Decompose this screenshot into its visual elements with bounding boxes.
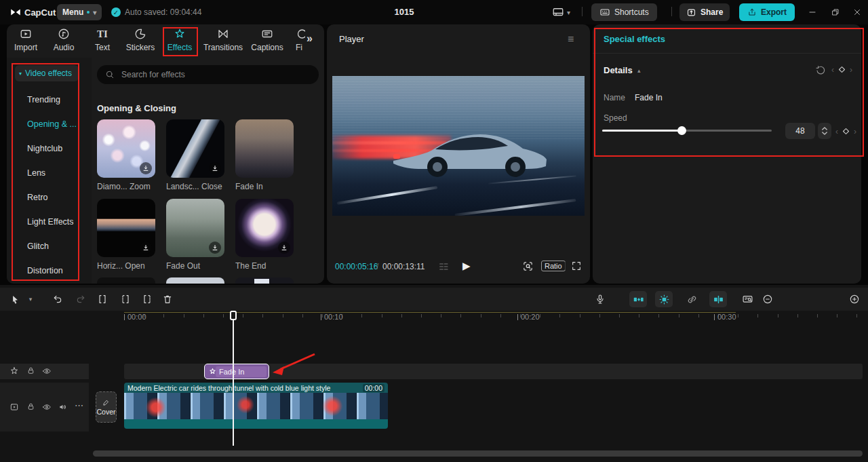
tabs-expand-icon[interactable]: »	[307, 33, 313, 45]
text-icon: TI	[97, 28, 108, 40]
tab-import[interactable]: Import	[11, 28, 41, 52]
preview-range-line	[124, 312, 736, 313]
record-voiceover-icon[interactable]	[593, 288, 608, 311]
auto-snap-icon[interactable]	[629, 291, 647, 307]
share-button[interactable]: Share	[679, 3, 730, 21]
playhead-line[interactable]	[233, 311, 234, 446]
effect-thumbnail[interactable]	[97, 199, 155, 257]
captions-icon	[261, 28, 273, 40]
download-icon	[209, 242, 221, 254]
transitions-icon	[217, 28, 229, 40]
video-clip-audio-band	[124, 419, 388, 429]
shortcuts-button[interactable]: Shortcuts	[591, 3, 657, 21]
capcut-window: CapCut Menu ▾ ✓ Auto saved: 09:04:44 101…	[0, 0, 868, 462]
ruler-label: 00:00	[124, 313, 146, 321]
effect-thumbnail-partial[interactable]	[235, 277, 294, 284]
video-preview[interactable]	[332, 76, 585, 216]
split-icon[interactable]	[95, 288, 110, 311]
effect-card-horizontal-open[interactable]: Horiz... Open	[97, 199, 157, 271]
main-track-magnet-icon[interactable]	[655, 291, 673, 307]
effect-card-fade-out[interactable]: Fade Out	[166, 199, 226, 271]
autosave-check-icon: ✓	[111, 7, 121, 17]
pencil-icon	[102, 399, 110, 406]
video-clip[interactable]: Modern Electric car rides through tunnel…	[124, 383, 388, 429]
eye-icon[interactable]	[42, 366, 52, 376]
more-icon[interactable]: ⋯	[75, 400, 83, 410]
effect-thumbnail-partial[interactable]	[166, 277, 224, 284]
cover-button[interactable]: Cover	[96, 391, 117, 423]
titlebar: CapCut Menu ▾ ✓ Auto saved: 09:04:44 101…	[0, 0, 868, 24]
annotation-arrow	[269, 350, 317, 379]
effect-thumbnail[interactable]	[166, 199, 224, 257]
effect-thumbnail[interactable]	[235, 119, 294, 178]
tab-captions[interactable]: Captions	[248, 28, 286, 52]
preview-quality-icon[interactable]	[438, 262, 449, 271]
mute-icon[interactable]	[58, 402, 68, 412]
effect-thumbnail[interactable]	[235, 199, 294, 257]
effect-card-fade-in[interactable]: Fade In	[235, 119, 295, 191]
filters-icon	[293, 28, 305, 40]
annotation-box-inspector	[594, 28, 864, 157]
effect-thumbnail-partial[interactable]	[97, 277, 155, 284]
effect-card-landscape-close[interactable]: Landsc... Close	[166, 119, 226, 191]
download-icon	[278, 242, 290, 254]
tab-filters[interactable]: Fi	[293, 28, 305, 52]
tab-transitions[interactable]: Transitions	[201, 28, 245, 52]
timeline-scrollbar[interactable]	[93, 450, 863, 457]
lock-icon[interactable]	[26, 402, 35, 411]
zoom-out-icon[interactable]	[760, 288, 776, 311]
effect-card-the-end[interactable]: The End	[235, 199, 295, 271]
download-icon	[209, 162, 221, 174]
fullscreen-icon[interactable]	[571, 261, 582, 271]
ratio-button[interactable]: Ratio	[541, 261, 566, 271]
search-input[interactable]	[120, 69, 292, 80]
road-lane-line	[454, 199, 576, 216]
undo-icon[interactable]	[50, 288, 65, 311]
layout-icon[interactable]	[552, 6, 564, 18]
effect-card-diamond-zoom[interactable]: Diamo... Zoom	[97, 119, 157, 191]
download-icon	[140, 242, 152, 254]
effect-track-header	[0, 364, 89, 379]
restore-button[interactable]	[829, 5, 842, 19]
auto-ripple-icon[interactable]	[709, 291, 727, 307]
link-icon[interactable]	[684, 288, 700, 311]
zoom-in-icon[interactable]	[846, 288, 863, 311]
effect-clip-star-icon	[209, 368, 216, 375]
effect-thumbnail[interactable]	[166, 119, 224, 178]
project-title: 1015	[380, 7, 429, 17]
close-button[interactable]	[850, 5, 864, 19]
capcut-logo-icon	[9, 6, 22, 18]
playhead-handle[interactable]	[230, 311, 237, 320]
timecode-separator: /	[376, 262, 378, 271]
layout-chevron-icon[interactable]: ▾	[567, 9, 570, 16]
app-title: CapCut	[24, 7, 56, 18]
menu-button[interactable]: Menu ▾	[57, 4, 102, 20]
lock-icon[interactable]	[26, 366, 35, 375]
select-tool-chevron-icon[interactable]: ▾	[26, 288, 35, 311]
eye-icon[interactable]	[42, 402, 52, 412]
download-icon	[140, 162, 152, 174]
timeline-preview-icon[interactable]	[739, 288, 755, 311]
delete-left-icon[interactable]	[118, 288, 133, 311]
play-button[interactable]: ▶	[462, 260, 471, 272]
autosave-status: Auto saved: 09:04:44	[125, 7, 201, 17]
duration-timecode: 00:00:13:11	[382, 262, 425, 271]
delete-right-icon[interactable]	[140, 288, 155, 311]
minimize-button[interactable]	[806, 5, 819, 19]
delete-icon[interactable]	[160, 288, 175, 311]
export-button[interactable]: Export	[739, 3, 795, 21]
effect-clip-fade-in[interactable]: Fade In	[204, 364, 269, 379]
player-title: Player	[339, 34, 364, 44]
player-menu-icon[interactable]: ≡	[568, 33, 574, 45]
redo-icon[interactable]	[73, 288, 88, 311]
tab-text[interactable]: TI Text	[87, 28, 117, 52]
video-track-icon	[9, 402, 19, 412]
effects-search[interactable]	[97, 65, 319, 84]
tab-audio[interactable]: Audio	[49, 28, 79, 52]
frame-preview-icon[interactable]	[522, 261, 534, 272]
select-tool-icon[interactable]	[8, 288, 23, 311]
annotation-box-sidebar	[12, 63, 79, 281]
export-icon	[747, 7, 757, 17]
tab-stickers[interactable]: Stickers	[123, 28, 158, 52]
effect-thumbnail[interactable]	[97, 119, 155, 178]
